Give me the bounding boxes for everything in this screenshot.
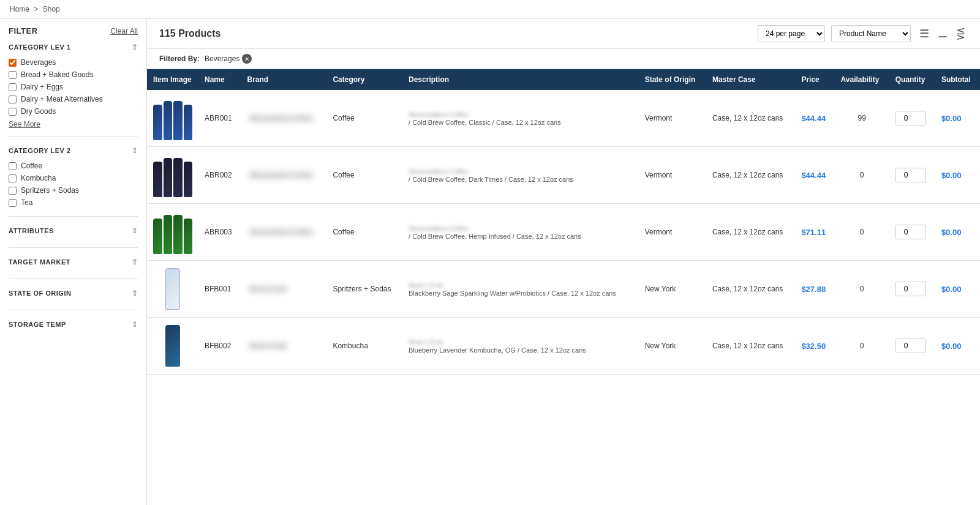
target-market-header[interactable]: TARGET MARKET ⇧ [9,258,138,266]
cell-name-BFB002: BFB002 [198,318,241,375]
remove-filter-icon[interactable]: ✕ [242,54,252,64]
top-controls: 24 per page 48 per page 96 per page Prod… [758,25,968,42]
cell-state-ABR003: Vermont [639,204,706,261]
cell-master-case-BFB001: Case, 12 x 12oz cans [706,261,795,318]
category-lev2-section: CATEGORY LEV 2 ⇧ Coffee Kombucha Spritze… [9,146,138,217]
cell-quantity-BFB002[interactable] [889,318,935,375]
checkbox-dairy-eggs[interactable] [9,83,17,91]
cell-master-case-ABR003: Case, 12 x 12oz cans [706,204,795,261]
quantity-input-ABR003[interactable] [895,225,926,239]
table-row: ABR002 Abracadabra Coffee Coffee Abracad… [147,147,980,204]
clear-all-button[interactable]: Clear All [110,27,138,36]
filter-item-coffee[interactable]: Coffee [9,160,138,172]
col-master-case: Master Case [706,69,795,90]
product-table-container: Item Image Name Brand Category Descripti… [147,69,980,505]
content-top-bar: 115 Products 24 per page 48 per page 96 … [147,19,980,49]
cell-name-ABR001: ABR001 [198,90,241,147]
storage-temp-section: STORAGE TEMP ⇧ [9,320,138,341]
checkbox-tea[interactable] [9,199,17,207]
list-view-button[interactable]: ☰ [917,26,932,42]
table-row: BFB001 Bear's Fruit Spritzers + Sodas Be… [147,261,980,318]
filter-label-dairy-eggs: Dairy + Eggs [21,83,63,91]
filter-item-tea[interactable]: Tea [9,196,138,209]
checkbox-coffee[interactable] [9,162,17,170]
view-icons: ☰ ⚊ ⋚ [917,26,968,42]
breadcrumb-home[interactable]: Home [10,5,29,13]
col-brand: Brand [241,69,327,90]
quantity-input-ABR002[interactable] [895,168,926,182]
checkbox-dairy-meat[interactable] [9,95,17,103]
chevron-up-icon-2: ⇧ [132,146,138,155]
cell-brand-BFB002: Bear's Fruit [241,318,327,375]
state-of-origin-label: STATE OF ORIGIN [9,290,71,297]
cell-quantity-BFB001[interactable] [889,261,935,318]
cell-state-BFB001: New York [639,261,706,318]
checkbox-bread[interactable] [9,71,17,79]
cell-image-ABR001 [147,90,198,147]
product-table: Item Image Name Brand Category Descripti… [147,69,980,375]
cell-availability-ABR003: 0 [835,204,889,261]
checkbox-spritzers[interactable] [9,187,17,195]
state-of-origin-section: STATE OF ORIGIN ⇧ [9,289,138,310]
col-price: Price [795,69,834,90]
grid-view-button[interactable]: ⚊ [935,26,950,42]
cell-quantity-ABR002[interactable] [889,147,935,204]
attributes-label: ATTRIBUTES [9,227,54,234]
cell-image-BFB002 [147,318,198,375]
col-availability: Availability [835,69,889,90]
quantity-input-BFB001[interactable] [895,282,926,296]
filter-item-beverages[interactable]: Beverages [9,56,138,69]
filter-item-kombucha[interactable]: Kombucha [9,172,138,184]
cell-subtotal-ABR002: $0.00 [935,147,980,204]
product-count: 115 Products [159,28,221,39]
checkbox-kombucha[interactable] [9,174,17,182]
dense-grid-view-button[interactable]: ⋚ [954,26,968,42]
category-lev2-label: CATEGORY LEV 2 [9,147,71,154]
chevron-up-icon-5: ⇧ [132,289,138,297]
chevron-up-icon: ⇧ [132,43,138,51]
filter-item-dairy-eggs[interactable]: Dairy + Eggs [9,81,138,93]
cell-master-case-BFB002: Case, 12 x 12oz cans [706,318,795,375]
see-more-cat1[interactable]: See More [9,120,138,129]
active-filter-label: Beverages [205,54,239,63]
col-name: Name [198,69,241,90]
quantity-input-ABR001[interactable] [895,111,926,125]
filter-label-spritzers: Spritzers + Sodas [21,186,79,195]
state-of-origin-header[interactable]: STATE OF ORIGIN ⇧ [9,289,138,297]
table-row: ABR003 Abracadabra Coffee Coffee Abracad… [147,204,980,261]
cell-description-ABR002: Abracadabra Coffee / Cold Brew Coffee, D… [402,147,639,204]
filter-item-spritzers[interactable]: Spritzers + Sodas [9,184,138,196]
target-market-label: TARGET MARKET [9,258,70,266]
active-filter-beverages[interactable]: Beverages ✕ [205,54,252,64]
col-category: Category [326,69,402,90]
cell-category-BFB002: Kombucha [326,318,402,375]
filter-item-dry-goods[interactable]: Dry Goods [9,105,138,118]
filter-item-bread[interactable]: Bread + Baked Goods [9,69,138,81]
category-lev2-header[interactable]: CATEGORY LEV 2 ⇧ [9,146,138,155]
chevron-up-icon-3: ⇧ [132,226,138,235]
sort-select[interactable]: Product Name Price Availability [831,25,911,42]
cell-description-ABR003: Abracadabra Coffee / Cold Brew Coffee, H… [402,204,639,261]
checkbox-dry-goods[interactable] [9,108,17,116]
quantity-input-BFB002[interactable] [895,339,926,353]
cell-category-BFB001: Spritzers + Sodas [326,261,402,318]
storage-temp-header[interactable]: STORAGE TEMP ⇧ [9,320,138,329]
breadcrumb-shop[interactable]: Shop [43,5,60,13]
filter-item-dairy-meat[interactable]: Dairy + Meat Alternatives [9,93,138,105]
cell-quantity-ABR003[interactable] [889,204,935,261]
cell-state-ABR001: Vermont [639,90,706,147]
cell-availability-BFB001: 0 [835,261,889,318]
filter-tags-bar: Filtered By: Beverages ✕ [147,49,980,69]
col-state: State of Origin [639,69,706,90]
per-page-select[interactable]: 24 per page 48 per page 96 per page [758,25,825,42]
cell-price-ABR002: $44.44 [795,147,834,204]
attributes-header[interactable]: ATTRIBUTES ⇧ [9,226,138,235]
checkbox-beverages[interactable] [9,59,17,67]
cell-quantity-ABR001[interactable] [889,90,935,147]
cell-brand-ABR002: Abracadabra Coffee [241,147,327,204]
category-lev1-label: CATEGORY LEV 1 [9,43,71,51]
category-lev1-header[interactable]: CATEGORY LEV 1 ⇧ [9,43,138,51]
category-lev1-section: CATEGORY LEV 1 ⇧ Beverages Bread + Baked… [9,43,138,137]
col-description: Description [402,69,639,90]
col-subtotal: Subtotal [935,69,980,90]
